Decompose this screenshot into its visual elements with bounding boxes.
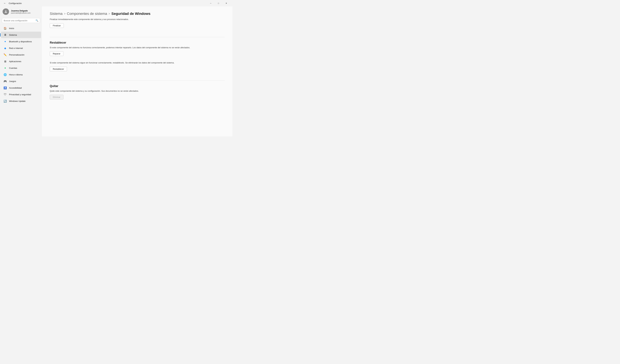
close-button[interactable]: ✕ (222, 1, 230, 6)
juegos-icon: 🎮 (3, 80, 7, 83)
eliminar-button[interactable]: Eliminar (50, 95, 63, 99)
divider-2 (50, 80, 225, 81)
sidebar-label-inicio: Inicio (9, 27, 14, 30)
svg-point-0 (5, 11, 6, 12)
bluetooth-icon: ● (3, 40, 7, 43)
sidebar-item-red[interactable]: ◆ Red e Internet (1, 45, 41, 51)
aplicaciones-icon: ⊞ (3, 60, 7, 63)
quitar-description: Quite este componente del sistema y su c… (50, 90, 225, 93)
content-area: Juanma Delgado juanmatek@outlook.com 🔍 🏠… (0, 6, 232, 136)
sidebar-label-privacidad: Privacidad y seguridad (9, 93, 31, 96)
finalize-description: Finalizar inmediatamente este componente… (50, 18, 225, 21)
red-icon: ◆ (3, 46, 7, 50)
maximize-button[interactable]: □ (215, 1, 222, 6)
sidebar-item-sistema[interactable]: 🖥 Sistema (1, 32, 41, 38)
sidebar-item-aplicaciones[interactable]: ⊞ Aplicaciones (1, 58, 41, 65)
title-bar-left: ← Configuración (2, 1, 22, 5)
settings-window: ← Configuración ─ □ ✕ Juanma Delgado jua… (0, 0, 232, 136)
accesibilidad-icon: ♿ (3, 86, 7, 90)
sidebar-nav: 🏠 Inicio 🖥 Sistema ● Bluetooth y disposi… (0, 25, 42, 105)
sidebar-label-aplicaciones: Aplicaciones (9, 60, 21, 63)
sidebar-label-juegos: Juegos (9, 80, 16, 82)
personalizacion-icon: ✏️ (3, 53, 7, 56)
restablecer-button[interactable]: Restablecer (50, 67, 67, 71)
restablecer-desc1: Si este componente del sistema no funcio… (50, 46, 225, 49)
sidebar-item-inicio[interactable]: 🏠 Inicio (1, 25, 41, 31)
search-icon: 🔍 (35, 19, 38, 22)
search-box[interactable]: 🔍 (2, 18, 40, 23)
sidebar-label-red: Red e Internet (9, 47, 23, 49)
sidebar-item-privacidad[interactable]: 🛡 Privacidad y seguridad (1, 91, 41, 98)
window-controls: ─ □ ✕ (207, 1, 230, 6)
sidebar-item-windows-update[interactable]: 🔄 Windows Update (1, 98, 41, 104)
sistema-icon: 🖥 (3, 33, 7, 36)
breadcrumb-current: Seguridad de Windows (111, 12, 151, 16)
breadcrumb-sep1: > (64, 12, 65, 15)
avatar (2, 8, 9, 15)
minimize-button[interactable]: ─ (207, 1, 215, 6)
sidebar-label-windows-update: Windows Update (9, 100, 26, 102)
user-email: juanmatek@outlook.com (11, 12, 31, 14)
sidebar-label-bluetooth: Bluetooth y dispositivos (9, 40, 32, 43)
sidebar-label-accesibilidad: Accesibilidad (9, 87, 22, 89)
privacidad-icon: 🛡 (3, 93, 7, 96)
sidebar-item-juegos[interactable]: 🎮 Juegos (1, 78, 41, 84)
inicio-icon: 🏠 (3, 27, 7, 30)
sidebar-item-personalizacion[interactable]: ✏️ Personalización (1, 51, 41, 58)
divider-1 (50, 37, 225, 37)
hora-icon: 🌐 (3, 73, 7, 76)
breadcrumb: Sistema > Componentes de sistema > Segur… (50, 12, 225, 16)
breadcrumb-sep2: > (108, 12, 110, 15)
restablecer-desc2: Si este componente del sistema sigue sin… (50, 61, 225, 64)
breadcrumb-part2: Componentes de sistema (67, 12, 107, 16)
sidebar-label-cuentas: Cuentas (9, 67, 17, 69)
back-button[interactable]: ← (2, 1, 7, 5)
sidebar-item-bluetooth[interactable]: ● Bluetooth y dispositivos (1, 38, 41, 45)
user-name: Juanma Delgado (11, 10, 31, 12)
cuentas-icon: ● (3, 66, 7, 70)
breadcrumb-part1: Sistema (50, 12, 62, 16)
restablecer-title: Restablecer (50, 41, 225, 44)
user-section: Juanma Delgado juanmatek@outlook.com (0, 6, 42, 17)
window-title: Configuración (9, 2, 22, 4)
quitar-title: Quitar (50, 84, 225, 88)
user-info: Juanma Delgado juanmatek@outlook.com (11, 10, 31, 14)
sidebar-label-sistema: Sistema (9, 34, 17, 36)
sidebar-item-cuentas[interactable]: ● Cuentas (1, 65, 41, 71)
main-content: Sistema > Componentes de sistema > Segur… (42, 6, 232, 136)
reparar-button[interactable]: Reparar (50, 51, 63, 56)
windows-update-icon: 🔄 (3, 99, 7, 103)
sidebar-label-hora: Hora e idioma (9, 74, 23, 76)
search-input[interactable] (4, 19, 34, 22)
title-bar: ← Configuración ─ □ ✕ (0, 0, 232, 6)
finalizar-button[interactable]: Finalizar (50, 23, 64, 28)
sidebar: Juanma Delgado juanmatek@outlook.com 🔍 🏠… (0, 6, 42, 136)
sidebar-item-hora[interactable]: 🌐 Hora e idioma (1, 71, 41, 78)
sidebar-item-accesibilidad[interactable]: ♿ Accesibilidad (1, 85, 41, 91)
sidebar-label-personalizacion: Personalización (9, 54, 24, 56)
